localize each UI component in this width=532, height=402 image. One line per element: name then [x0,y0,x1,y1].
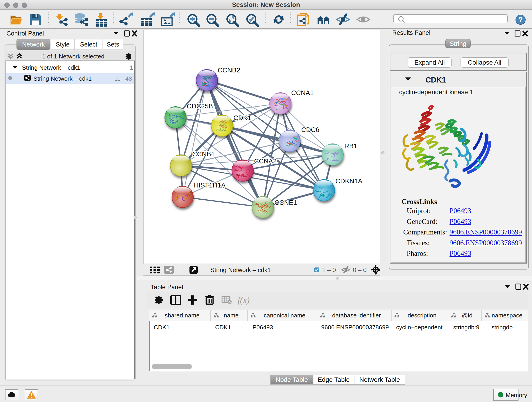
svg-text:stringdb: stringdb [491,324,513,331]
svg-text:CCNB1: CCNB1 [192,150,215,158]
svg-text:1 – 0: 1 – 0 [322,267,336,274]
svg-text:CDK1: CDK1 [234,114,251,121]
svg-text:namespace: namespace [492,312,522,319]
svg-text:P06493: P06493 [253,324,273,331]
svg-text:shared name: shared name [165,312,200,319]
svg-text:?: ? [518,16,523,24]
svg-text:cyclin–dependent ...: cyclin–dependent ... [396,324,449,331]
svg-text:name: name [224,312,239,319]
svg-text:CDK1: CDK1 [215,324,231,331]
svg-text:CDC6: CDC6 [301,126,319,133]
svg-text:RB1: RB1 [344,142,357,150]
svg-text:CCNA1: CCNA1 [291,89,314,96]
svg-text:CCNB2: CCNB2 [218,66,240,74]
svg-text:@id: @id [462,312,473,319]
svg-text:CDK1: CDK1 [154,324,170,331]
svg-text:9606.ENSP00000378699: 9606.ENSP00000378699 [321,324,389,331]
svg-text:0 – 0: 0 – 0 [353,267,367,274]
svg-text:CCNA2: CCNA2 [254,157,277,165]
svg-text:CDKN1A: CDKN1A [336,177,362,185]
svg-text:String Network – cdk1: String Network – cdk1 [210,267,271,274]
svg-text:database identifier: database identifier [332,312,381,319]
svg-text:description: description [408,312,437,319]
svg-text:stringdb:9...: stringdb:9... [453,324,484,331]
svg-text:HIST1H1A: HIST1H1A [194,182,226,189]
svg-text:CCNE1: CCNE1 [274,199,297,206]
svg-text:f(x): f(x) [238,295,250,305]
svg-text:CDC25B: CDC25B [187,102,213,110]
svg-text:canonical name: canonical name [264,312,305,319]
